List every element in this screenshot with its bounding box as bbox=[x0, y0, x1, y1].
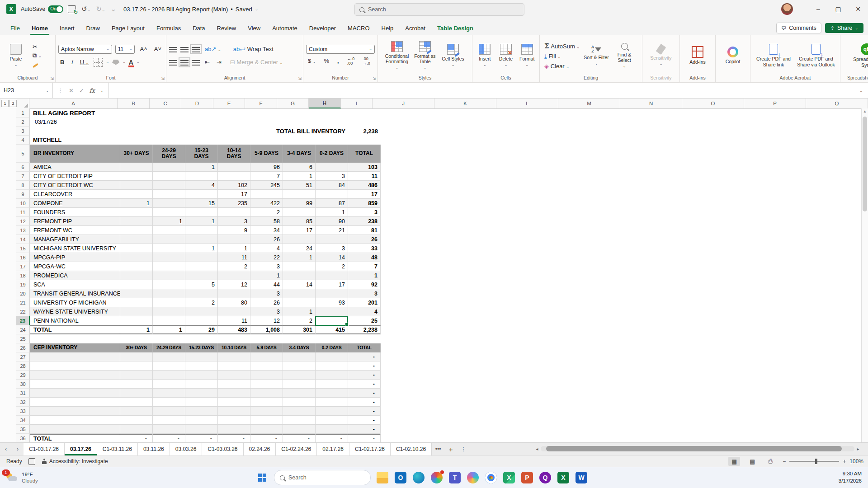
autosave-toggle[interactable]: On bbox=[48, 5, 63, 13]
cep-cell[interactable] bbox=[283, 389, 316, 398]
br-cell[interactable]: 1 bbox=[185, 244, 218, 253]
cep-row-name[interactable] bbox=[30, 407, 120, 416]
row-header-1[interactable]: 1 bbox=[16, 108, 30, 117]
row-header-26[interactable]: 26 bbox=[16, 343, 30, 352]
br-cell[interactable]: 102 bbox=[218, 181, 250, 190]
br-cell[interactable]: 17 bbox=[316, 280, 348, 289]
orientation-icon[interactable]: ab↗ ⌄ bbox=[203, 45, 223, 53]
vscroll-thumb[interactable] bbox=[863, 117, 867, 211]
align-right-icon[interactable] bbox=[192, 59, 200, 66]
cep-cell[interactable] bbox=[218, 398, 250, 407]
br-cell[interactable]: 3 bbox=[250, 289, 283, 298]
row-header-5[interactable]: 5 bbox=[16, 145, 30, 163]
cep-row-name[interactable] bbox=[30, 380, 120, 389]
br-row-name[interactable]: TRANSIT GENERAL INSURANCE bbox=[30, 289, 120, 298]
br-cell[interactable]: 87 bbox=[316, 199, 348, 208]
br-row-name[interactable]: MPCGA-WC bbox=[30, 262, 120, 271]
cep-cell[interactable] bbox=[120, 380, 153, 389]
taskbar-search[interactable]: Search bbox=[274, 470, 371, 485]
row-header-10[interactable]: 10 bbox=[16, 199, 30, 208]
copy-button[interactable]: ⧉ ⌄ bbox=[31, 52, 43, 60]
br-cell[interactable]: 1 bbox=[153, 217, 185, 226]
sheet-tab-C1-03.03.26[interactable]: C1-03.03.26 bbox=[202, 443, 243, 455]
avatar[interactable] bbox=[781, 3, 793, 15]
br-cell[interactable] bbox=[316, 307, 348, 316]
font-dialog-launcher[interactable]: ⇲ bbox=[161, 76, 165, 81]
page-break-view-icon[interactable]: ⎙ bbox=[764, 457, 776, 466]
cep-total-cell[interactable]: - bbox=[153, 434, 185, 442]
title-chevron-icon[interactable]: ⌄ bbox=[255, 7, 259, 11]
ribbon-tab-view[interactable]: View bbox=[242, 21, 266, 35]
italic-button[interactable]: I bbox=[69, 58, 75, 66]
cep-cell[interactable] bbox=[185, 416, 218, 425]
br-cell[interactable] bbox=[283, 190, 316, 199]
br-row-name[interactable]: MICHIGAN STATE UNIVERSITY bbox=[30, 244, 120, 253]
br-cell[interactable]: 17 bbox=[283, 226, 316, 235]
br-cell[interactable]: 22 bbox=[250, 253, 283, 262]
br-cell[interactable]: 96 bbox=[250, 163, 283, 172]
cep-cell[interactable] bbox=[185, 425, 218, 434]
cancel-formula-icon[interactable]: ✕ bbox=[69, 87, 74, 94]
cep-cell[interactable] bbox=[316, 352, 348, 361]
br-row-name[interactable]: UNIVERSITY OF MICHIGAN bbox=[30, 298, 120, 307]
br-cell[interactable]: 3 bbox=[348, 208, 381, 217]
report-date[interactable]: 03/17/26 bbox=[30, 117, 120, 127]
br-cell[interactable]: 6 bbox=[283, 163, 316, 172]
row-header-18[interactable]: 18 bbox=[16, 271, 30, 280]
br-cell[interactable] bbox=[120, 217, 153, 226]
br-cell[interactable]: 92 bbox=[348, 280, 381, 289]
cep-row-name[interactable] bbox=[30, 425, 120, 434]
br-cell[interactable] bbox=[283, 208, 316, 217]
copilot-icon[interactable] bbox=[464, 469, 482, 487]
br-row-name[interactable]: FREMONT PIP bbox=[30, 217, 120, 226]
row-header-6[interactable]: 6 bbox=[16, 163, 30, 172]
br-cell[interactable] bbox=[283, 235, 316, 244]
row-header-14[interactable]: 14 bbox=[16, 235, 30, 244]
align-left-icon[interactable] bbox=[169, 59, 177, 66]
cep-total-cell[interactable]: - bbox=[250, 434, 283, 442]
cep-total-cell[interactable]: - bbox=[120, 434, 153, 442]
cep-row-name[interactable] bbox=[30, 416, 120, 425]
br-cell[interactable]: 2 bbox=[283, 316, 316, 325]
br-cell[interactable] bbox=[316, 289, 348, 298]
cep-cell[interactable] bbox=[316, 380, 348, 389]
br-cell[interactable]: 2 bbox=[218, 262, 250, 271]
br-cell[interactable] bbox=[185, 289, 218, 298]
br-cell[interactable]: 486 bbox=[348, 181, 381, 190]
br-cell[interactable] bbox=[218, 163, 250, 172]
redo-icon[interactable]: ↻⌄ bbox=[96, 5, 105, 13]
insert-function-icon[interactable]: fx bbox=[90, 87, 95, 94]
cep-row-name[interactable] bbox=[30, 371, 120, 380]
cep-row-name[interactable] bbox=[30, 352, 120, 361]
sheet-tab-03.11.26[interactable]: 03.11.26 bbox=[138, 443, 170, 455]
create-pdf-outlook-button[interactable]: Create PDF and Share via Outlook bbox=[796, 43, 836, 68]
ribbon-tab-formulas[interactable]: Formulas bbox=[151, 21, 187, 35]
br-cell[interactable] bbox=[120, 316, 153, 325]
spreadsheet-icon[interactable]: X bbox=[500, 469, 518, 487]
row-header-35[interactable]: 35 bbox=[16, 425, 30, 434]
br-cell[interactable]: 17 bbox=[218, 190, 250, 199]
br-cell[interactable]: 1 bbox=[185, 163, 218, 172]
br-cell[interactable]: 1 bbox=[316, 208, 348, 217]
br-cell[interactable] bbox=[120, 244, 153, 253]
selected-cell-H23[interactable] bbox=[315, 316, 348, 326]
br-cell[interactable]: 17 bbox=[348, 190, 381, 199]
cep-cell[interactable] bbox=[250, 389, 283, 398]
br-cell[interactable] bbox=[153, 253, 185, 262]
word-icon[interactable]: W bbox=[572, 469, 590, 487]
autosum-button[interactable]: Σ AutoSum ⌄ bbox=[542, 42, 581, 51]
decrease-indent-icon[interactable]: ⇤ bbox=[203, 58, 212, 66]
br-cell[interactable] bbox=[153, 289, 185, 298]
br-row-name[interactable]: CLEARCOVER bbox=[30, 190, 120, 199]
cep-cell[interactable] bbox=[250, 425, 283, 434]
cut-button[interactable]: ✂ bbox=[31, 43, 43, 51]
sort-filter-button[interactable]: AZ Sort & Filter⌄ bbox=[583, 44, 609, 66]
autosave-control[interactable]: AutoSave On bbox=[21, 5, 63, 13]
align-bottom-icon[interactable] bbox=[192, 46, 200, 52]
br-cell[interactable] bbox=[153, 181, 185, 190]
cep-total-cell[interactable]: - bbox=[218, 434, 250, 442]
edge-icon[interactable] bbox=[410, 469, 428, 487]
cep-cell[interactable] bbox=[283, 371, 316, 380]
br-cell[interactable]: 3 bbox=[250, 262, 283, 271]
cep-cell[interactable]: - bbox=[348, 352, 381, 361]
